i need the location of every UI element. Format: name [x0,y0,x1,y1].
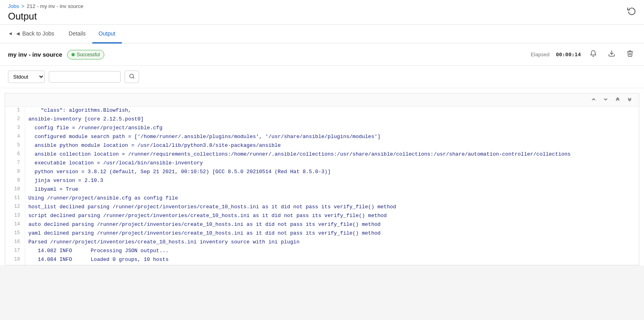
search-input[interactable] [49,71,121,83]
table-row: 16Parsed /runner/project/inventories/cre… [5,239,639,247]
line-number: 9 [5,177,25,186]
status-badge: Successful [67,50,104,59]
search-button[interactable] [125,71,139,83]
line-number: 12 [5,203,25,212]
back-arrow-icon: ◄ [8,31,13,36]
table-row: 18 14.084 INFO Loaded 0 groups, 10 hosts [5,256,639,265]
line-content: config file = /runner/project/ansible.cf… [25,124,639,133]
line-content: "class": algorithms.Blowfish, [25,107,639,116]
tab-details[interactable]: Details [62,25,92,43]
line-number: 11 [5,195,25,203]
job-header: my inv - inv source Successful Elapsed 0… [0,43,644,66]
tabs-bar: ◄ ◄ Back to Jobs Details Output [0,25,644,43]
line-number: 15 [5,230,25,239]
breadcrumb-separator: > [21,3,24,9]
line-content: python version = 3.8.12 (default, Sep 21… [25,168,639,177]
line-number: 13 [5,212,25,221]
table-row: 1 "class": algorithms.Blowfish, [5,107,639,116]
line-number: 7 [5,160,25,168]
line-content: ansible-inventory [core 2.12.5.post0] [25,116,639,124]
job-header-left: my inv - inv source Successful [8,50,104,59]
back-to-jobs-tab[interactable]: ◄ ◄ Back to Jobs [8,25,59,43]
status-label: Successful [77,52,100,57]
table-row: 8 python version = 3.8.12 (default, Sep … [5,168,639,177]
table-row: 12host_list declined parsing /runner/pro… [5,203,639,212]
download-button[interactable] [606,48,618,61]
trash-icon [626,50,634,57]
line-number: 8 [5,168,25,177]
line-content: auto declined parsing /runner/project/in… [25,221,639,230]
breadcrumb: Jobs > 212 - my inv - inv source [8,3,636,9]
line-content: Using /runner/project/ansible.cfg as con… [25,195,639,203]
line-number: 17 [5,247,25,256]
breadcrumb-current: 212 - my inv - inv source [27,3,83,9]
line-content: ansible python module location = /usr/lo… [25,142,639,151]
table-row: 9 jinja version = 2.10.3 [5,177,639,186]
line-number: 18 [5,256,25,265]
history-icon [627,8,636,17]
line-content: Parsed /runner/project/inventories/creat… [25,239,639,247]
line-content: script declined parsing /runner/project/… [25,212,639,221]
download-icon [608,50,615,57]
table-row: 17 14.082 INFO Processing JSON output... [5,247,639,256]
line-number: 14 [5,221,25,230]
line-number: 5 [5,142,25,151]
elapsed-label: Elapsed [531,51,549,57]
breadcrumb-jobs-link[interactable]: Jobs [8,3,19,9]
table-row: 7 executable location = /usr/local/bin/a… [5,160,639,168]
table-row: 14auto declined parsing /runner/project/… [5,221,639,230]
line-content: 14.084 INFO Loaded 0 groups, 10 hosts [25,256,639,265]
job-name: my inv - inv source [8,51,62,58]
line-number: 3 [5,124,25,133]
bell-icon [590,50,597,57]
line-number: 4 [5,133,25,142]
search-icon [129,73,135,79]
line-content: 14.082 INFO Processing JSON output... [25,247,639,256]
table-row: 6 ansible collection location = /runner/… [5,151,639,160]
table-row: 2ansible-inventory [core 2.12.5.post0] [5,116,639,124]
line-content: executable location = /usr/local/bin/ans… [25,160,639,168]
tab-output[interactable]: Output [92,25,122,43]
line-content: host_list declined parsing /runner/proje… [25,203,639,212]
line-number: 6 [5,151,25,160]
stdout-wrapper[interactable]: Stdout [8,71,45,83]
line-number: 10 [5,186,25,195]
table-row: 5 ansible python module location = /usr/… [5,142,639,151]
bell-button[interactable] [587,48,599,61]
back-to-jobs-label: ◄ Back to Jobs [15,30,54,37]
main-content: ◄ ◄ Back to Jobs Details Output my inv -… [0,25,644,265]
line-content: libyaml = True [25,186,639,195]
status-dot-icon [72,53,75,56]
line-number: 1 [5,107,25,116]
line-content: jinja version = 2.10.3 [25,177,639,186]
page-title: Output [8,11,636,22]
table-row: 4 configured module search path = ['/hom… [5,133,639,142]
elapsed-time: 00:00:14 [556,51,581,57]
scroll-top-button[interactable] [613,96,622,104]
stdout-select[interactable]: Stdout [8,71,45,83]
job-header-right: Elapsed 00:00:14 [531,48,636,61]
svg-line-2 [133,77,134,79]
table-row: 15yaml declined parsing /runner/project/… [5,230,639,239]
table-row: 10 libyaml = True [5,186,639,195]
filter-bar: Stdout [0,66,644,88]
scroll-down-button[interactable] [601,96,610,104]
line-number: 16 [5,239,25,247]
top-bar: Jobs > 212 - my inv - inv source Output [0,0,644,25]
line-content: configured module search path = ['/home/… [25,133,639,142]
line-number: 2 [5,116,25,124]
table-row: 13script declined parsing /runner/projec… [5,212,639,221]
history-button[interactable] [627,6,636,17]
table-row: 11Using /runner/project/ansible.cfg as c… [5,195,639,203]
table-row: 3 config file = /runner/project/ansible.… [5,124,639,133]
line-content: yaml declined parsing /runner/project/in… [25,230,639,239]
output-section: my inv - inv source Successful Elapsed 0… [0,43,644,265]
delete-button[interactable] [624,48,636,61]
line-content: ansible collection location = /runner/re… [25,151,639,160]
scroll-up-button[interactable] [589,96,598,104]
code-output: 1 "class": algorithms.Blowfish,2ansible-… [5,107,639,265]
scroll-bottom-button[interactable] [625,96,634,104]
output-nav-bar [5,93,639,107]
output-container: 1 "class": algorithms.Blowfish,2ansible-… [5,93,639,265]
